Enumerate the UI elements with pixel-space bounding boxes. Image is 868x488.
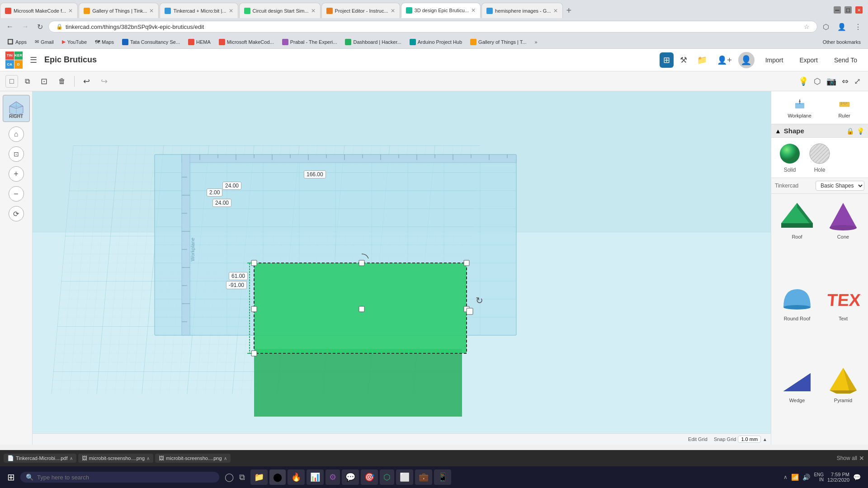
app5-taskbar[interactable]: ⚙ <box>326 469 340 485</box>
library-category-select[interactable]: Basic Shapes <box>816 181 864 191</box>
shape-panel-collapse[interactable]: ▲ Shape 🔒 💡 <box>771 124 868 138</box>
other-bookmarks[interactable]: Other bookmarks <box>819 38 864 46</box>
ruler-tool[interactable]: Ruler <box>834 95 855 120</box>
shape-item-wedge[interactable]: Wedge <box>775 361 819 441</box>
tab-close-hemi[interactable]: ✕ <box>553 8 558 14</box>
grid-view-button[interactable]: ⊞ <box>660 52 674 68</box>
zoom-in-button[interactable]: + <box>9 166 24 182</box>
bookmark-makecode[interactable]: Microsoft MakeCod... <box>215 38 278 46</box>
shape-item-text[interactable]: TEXT Text <box>821 279 865 359</box>
zoom-out-button[interactable]: − <box>9 186 24 202</box>
light-button[interactable]: 💡 <box>797 75 810 88</box>
app3-taskbar[interactable]: 🔥 <box>288 469 305 485</box>
bookmark-prabal[interactable]: Prabal - The Experi... <box>278 38 341 46</box>
shape-color-button[interactable]: ⬡ <box>812 75 823 88</box>
workplane-tool[interactable]: Workplane <box>784 95 815 120</box>
menu-button[interactable]: ⋮ <box>852 22 864 32</box>
close-button[interactable]: ✕ <box>855 6 863 14</box>
tab-close-gallery[interactable]: ✕ <box>149 8 154 14</box>
send-to-button[interactable]: Send To <box>829 55 863 66</box>
tab-microsoft-makecode[interactable]: Microsoft MakeCode f... ✕ <box>0 3 78 18</box>
duplicate-button[interactable]: ⊡ <box>37 74 52 89</box>
file-item-png2[interactable]: 🖼 microbit-screensho....png ∧ <box>155 454 231 463</box>
bookmark-tata[interactable]: Tata Consultancy Se... <box>118 38 184 46</box>
file-item-png1[interactable]: 🖼 microbit-screensho....png ∧ <box>78 454 154 463</box>
shape-item-cone[interactable]: Cone <box>821 197 865 277</box>
task-view-button[interactable]: ⧉ <box>237 471 247 484</box>
shape-item-round-roof[interactable]: Round Roof <box>775 279 819 359</box>
tab-hemisphere[interactable]: hemisphere images - G... ✕ <box>481 3 563 18</box>
shape-item-roof[interactable]: Roof <box>775 197 819 277</box>
export-button[interactable]: Export <box>794 55 823 66</box>
mirror-button[interactable]: ⤢ <box>852 75 863 88</box>
view-cube[interactable]: RIGHT <box>3 95 30 122</box>
tray-datetime[interactable]: 7:59 PM 12/2/2020 <box>827 472 849 483</box>
add-user-button[interactable]: 👤+ <box>713 53 736 67</box>
pdf-chevron[interactable]: ∧ <box>70 456 73 461</box>
notification-button[interactable]: 💬 <box>853 474 861 481</box>
handle-tr[interactable] <box>464 260 469 266</box>
new-tab-button[interactable]: + <box>563 4 576 18</box>
app7-taskbar[interactable]: 🎯 <box>361 469 378 485</box>
rotate-button[interactable]: ⟳ <box>9 206 24 221</box>
tab-close-circuit[interactable]: ✕ <box>311 8 316 14</box>
tab-close-project[interactable]: ✕ <box>391 8 395 14</box>
handle-br[interactable] <box>467 308 473 314</box>
bookmark-apps[interactable]: 🔲 Apps <box>4 38 30 46</box>
tab-close-3d[interactable]: ✕ <box>471 7 476 14</box>
user-avatar[interactable]: 👤 <box>738 52 755 68</box>
tab-tinkercad-microbit[interactable]: Tinkercad + Micro:bit |... ✕ <box>160 3 238 18</box>
bookmark-maps[interactable]: 🗺 Maps <box>91 38 118 46</box>
handle-mm[interactable] <box>359 306 364 312</box>
handle-tl[interactable] <box>251 260 257 266</box>
url-bar[interactable]: 🔒 tinkercad.com/things/382bnSPq9vk-epic-… <box>48 21 817 33</box>
tray-time[interactable]: ENG IN <box>814 472 824 482</box>
zoom-fit-button[interactable]: ⊡ <box>9 146 24 162</box>
shape-item-pyramid[interactable]: Pyramid <box>821 361 865 441</box>
app9-taskbar[interactable]: ⬜ <box>396 469 413 485</box>
star-icon[interactable]: ☆ <box>804 23 810 30</box>
snap-value-button[interactable]: 1.0 mm <box>738 436 761 443</box>
tinkercad-logo[interactable]: TIN KER CA D <box>5 52 23 69</box>
tab-gallery-things[interactable]: Gallery of Things | Tink... ✕ <box>79 3 159 18</box>
cortana-button[interactable]: ◯ <box>223 470 236 484</box>
hole-option[interactable]: Hole <box>808 142 831 173</box>
light-shape-icon[interactable]: 💡 <box>857 127 864 135</box>
undo-button[interactable]: ↩ <box>79 74 94 89</box>
tab-3d-design[interactable]: 3D design Epic Bruticu... ✕ <box>401 3 481 18</box>
bookmark-youtube[interactable]: ▶ YouTube <box>58 38 90 46</box>
extensions-button[interactable]: ⬡ <box>820 22 832 32</box>
app10-taskbar[interactable]: 💼 <box>415 469 432 485</box>
handle-ml[interactable] <box>251 306 257 312</box>
file-item-pdf[interactable]: 📄 Tinkercad-Microbi....pdf ∧ <box>4 454 76 463</box>
copy-button[interactable]: ⧉ <box>21 75 34 88</box>
hidden-icons-button[interactable]: ∧ <box>783 474 788 480</box>
chrome-taskbar[interactable]: ⬤ <box>269 469 286 485</box>
file-explorer-taskbar[interactable]: 📁 <box>250 469 268 485</box>
taskbar-search-input[interactable] <box>37 474 214 481</box>
flip-button[interactable]: ⇔ <box>840 75 850 88</box>
start-button[interactable]: ⊞ <box>4 470 19 484</box>
png2-chevron[interactable]: ∧ <box>224 456 227 461</box>
show-all-button[interactable]: Show all <box>837 455 857 461</box>
tab-close-tinkercad[interactable]: ✕ <box>229 8 233 14</box>
rotate-arrow-icon[interactable]: ↻ <box>476 296 483 305</box>
close-strip-button[interactable]: ✕ <box>859 455 864 462</box>
png1-chevron[interactable]: ∧ <box>146 456 150 461</box>
redo-button[interactable]: ↪ <box>97 74 112 89</box>
lock-shape-icon[interactable]: 🔒 <box>846 127 854 135</box>
forward-button[interactable]: → <box>19 22 32 32</box>
more-bookmarks[interactable]: » <box>531 38 541 46</box>
app8-taskbar[interactable]: ⬡ <box>380 469 394 485</box>
new-shape-button[interactable]: □ <box>5 75 18 88</box>
build-button[interactable]: ⚒ <box>676 53 691 67</box>
bookmark-dashboard[interactable]: Dashboard | Hacker... <box>341 38 405 46</box>
edit-grid-button[interactable]: Edit Grid <box>685 436 710 443</box>
import-button[interactable]: Import <box>760 55 789 66</box>
camera-button[interactable]: 📷 <box>825 75 838 88</box>
tab-project-editor[interactable]: Project Editor - Instruc... ✕ <box>321 3 400 18</box>
back-button[interactable]: ← <box>4 22 16 32</box>
tab-close-makecode[interactable]: ✕ <box>68 8 73 14</box>
taskbar-search-bar[interactable]: 🔍 <box>20 472 219 483</box>
tab-circuit[interactable]: Circuit design Start Sim... ✕ <box>239 3 321 18</box>
